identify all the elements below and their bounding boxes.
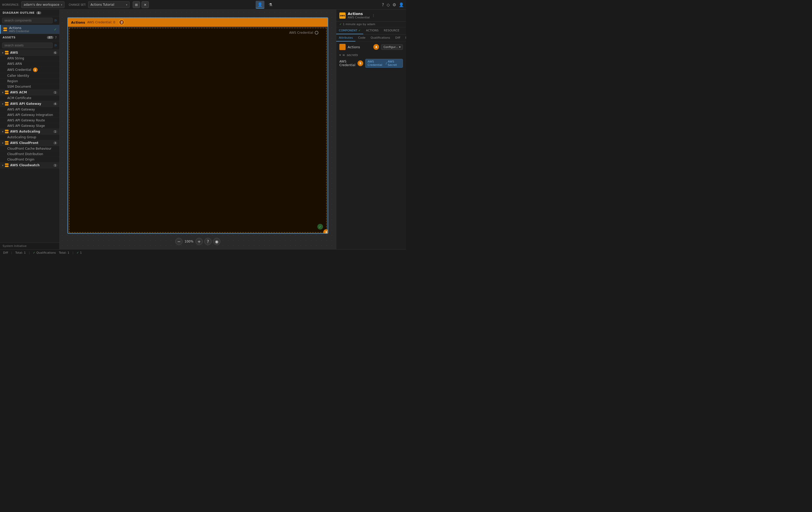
outline-item-actions[interactable]: aws Actions AWS Credential ✓ (0, 25, 59, 34)
secret-row-aws-credential: AWS Credential 5 AWS Credential / AWS Se… (339, 59, 403, 68)
status-qualifications[interactable]: ✓ Qualifications (33, 251, 56, 254)
changeset-selector[interactable]: Actions Tutorial ▾ (88, 1, 129, 8)
aws-group-aws-header[interactable]: ▾ aws AWS 6 (0, 50, 59, 56)
help-icon[interactable]: ? (382, 2, 384, 7)
canvas-frame: Actions AWS Credential: 0 2 AWS Credenti… (67, 18, 328, 234)
cw-group-logo: aws (5, 163, 8, 167)
aws-item-acm-certificate[interactable]: ACM Certificate (0, 95, 59, 101)
panel-main-tabs: COMPONENT ✓ ACTIONS RESOURCE (336, 27, 406, 34)
attr-actions-row: Actions 4 Configur... ▾ (339, 44, 403, 50)
acm-chevron-icon: ▾ (2, 91, 3, 94)
status-diff[interactable]: Diff (3, 251, 8, 254)
total-label: Total: (15, 251, 23, 254)
search-components-input[interactable] (2, 18, 53, 23)
diagram-icon-btn[interactable]: 👤 (256, 1, 264, 8)
canvas-area[interactable]: Actions AWS Credential: 0 2 AWS Credenti… (60, 9, 336, 249)
assets-help-icon[interactable]: ? (55, 35, 57, 39)
api-gw-group-name: AWS API Gateway (10, 102, 52, 106)
aws-item-autoscaling-group[interactable]: AutoScaling Group (0, 135, 59, 140)
eye-button[interactable]: ◉ (213, 238, 221, 245)
aws-group-autoscaling-header[interactable]: ▾ aws AWS AutoScaling 1 (0, 129, 59, 135)
qual-ok-value: 1 (80, 251, 82, 254)
subtab-debug[interactable]: Debug (403, 34, 406, 41)
subtab-diff[interactable]: Diff (393, 34, 403, 41)
tab-resource[interactable]: RESOURCE (381, 27, 402, 34)
panel-menu-icon[interactable]: ⋮ (372, 13, 375, 18)
secret-value1: AWS Credential (368, 60, 385, 67)
aws-item-aws-arn[interactable]: AWS ARN (0, 61, 59, 67)
tab-component[interactable]: COMPONENT ✓ (336, 27, 363, 34)
aws-item-caller-identity[interactable]: Caller Identity (0, 73, 59, 79)
timestamp-text: 1 minute ago by adam (343, 23, 375, 26)
aws-group-aws: ▾ aws AWS 6 ARN String AWS ARN AWS Crede… (0, 50, 59, 89)
secrets-section: ▾ ≡ secrets AWS Credential 5 AWS Credent… (339, 53, 403, 68)
secret-slash: / (386, 62, 387, 65)
aws-item-aws-credential[interactable]: AWS Credential 1 (0, 67, 59, 73)
aws-group-autoscaling: ▾ aws AWS AutoScaling 1 AutoScaling Grou… (0, 129, 59, 140)
secret-value-btn[interactable]: AWS Credential / AWS Secret (365, 59, 403, 68)
aws-item-cf-cache[interactable]: CloudFront Cache Behaviour (0, 146, 59, 151)
assets-filter-icon[interactable]: ⚐ (54, 44, 57, 48)
frame-num-badge: 3 (323, 229, 328, 234)
aws-item-api-gateway-stage[interactable]: AWS API Gateway Stage (0, 123, 59, 129)
tab-actions[interactable]: ACTIONS (363, 27, 381, 34)
acm-group-name: AWS ACM (10, 90, 52, 94)
aws-item-arn-string[interactable]: ARN String (0, 56, 59, 61)
aws-group-acm-header[interactable]: ▾ aws AWS ACM 1 (0, 89, 59, 95)
status-qual-ok: ✓ 1 (77, 251, 82, 254)
aws-group-acm: ▾ aws AWS ACM 1 ACM Certificate (0, 89, 59, 101)
panel-sub-tabs: Attributes Code Qualifications Diff Debu… (336, 34, 406, 42)
status-total: Total: 1 (15, 251, 26, 254)
total-value: 1 (24, 251, 26, 254)
close-icon-btn[interactable]: ✕ (142, 1, 149, 8)
workspace-selector[interactable]: adam's dev workspace ▾ (21, 1, 64, 8)
aws-group-cloudfront-header[interactable]: ▾ aws AWS CloudFront 3 (0, 140, 59, 146)
component-filter-icon[interactable]: ⚐ (54, 19, 57, 23)
aws-item-api-gateway[interactable]: AWS API Gateway (0, 107, 59, 112)
aws-group-api-gateway-header[interactable]: ▾ aws AWS API Gateway 4 (0, 101, 59, 107)
as-group-logo: aws (5, 130, 8, 133)
secret-value2: AWS Secret (388, 60, 401, 67)
secrets-header[interactable]: ▾ ≡ secrets (339, 53, 403, 57)
qual-ok-icon: ✓ (77, 251, 79, 254)
workspace-chevron: ▾ (61, 3, 62, 6)
user-icon[interactable]: 👤 (399, 2, 404, 7)
zoom-in-button[interactable]: + (196, 238, 203, 245)
lab-icon-btn[interactable]: ⚗ (266, 1, 275, 8)
aws-group-cloudfront: ▾ aws AWS CloudFront 3 CloudFront Cache … (0, 140, 59, 162)
aws-group-cloudwatch-header[interactable]: ▾ aws AWS Cloudwatch 1 (0, 162, 59, 168)
attr-color-swatch (339, 44, 346, 50)
grid-icon-btn[interactable]: ⊞ (133, 1, 140, 8)
status-bar: Diff | Total: 1 | ✓ Qualifications Total… (0, 249, 406, 256)
diagram-outline-label: DIAGRAM OUTLINE (3, 11, 35, 15)
changeset-name-text: Actions Tutorial (90, 3, 114, 6)
config-button[interactable]: Configur... ▾ (381, 44, 403, 50)
canvas-controls: − 100% + ? ◉ (175, 238, 221, 245)
aws-item-cf-origin[interactable]: CloudFront Origin (0, 157, 59, 162)
aws-item-api-gateway-route[interactable]: AWS API Gateway Route (0, 118, 59, 123)
subtab-qualifications[interactable]: Qualifications (368, 34, 393, 41)
subtab-attributes[interactable]: Attributes (336, 34, 355, 41)
cw-chevron-icon: ▾ (2, 164, 3, 167)
as-group-name: AWS AutoScaling (10, 130, 52, 133)
qualifications-label: Qualifications (36, 251, 56, 254)
aws-item-cf-distribution[interactable]: CloudFront Distribution (0, 151, 59, 157)
api-gw-chevron-icon: ▾ (2, 103, 3, 105)
help-button[interactable]: ? (204, 238, 211, 245)
zoom-out-button[interactable]: − (175, 238, 182, 245)
outline-item-info: Actions AWS Credential (9, 26, 29, 33)
panel-header: aws Actions AWS Credential ⋮ (336, 9, 406, 22)
cf-group-name: AWS CloudFront (10, 141, 52, 145)
aws-item-region[interactable]: Region (0, 79, 59, 84)
search-assets-input[interactable] (2, 42, 53, 48)
settings-icon[interactable]: ⚙ (393, 2, 396, 7)
secrets-chevron-icon: ▾ (339, 53, 341, 57)
aws-item-ssm-document[interactable]: SSM Document (0, 84, 59, 89)
config-btn-label: Configur... (383, 46, 398, 49)
panel-title-group: Actions AWS Credential (348, 12, 370, 19)
subtab-code[interactable]: Code (355, 34, 368, 41)
right-icons: ? ◇ ⚙ 👤 (382, 2, 404, 7)
discord-icon[interactable]: ◇ (386, 2, 390, 7)
as-group-count: 1 (53, 130, 57, 133)
aws-item-api-gateway-integration[interactable]: AWS API Gateway Integration (0, 112, 59, 118)
